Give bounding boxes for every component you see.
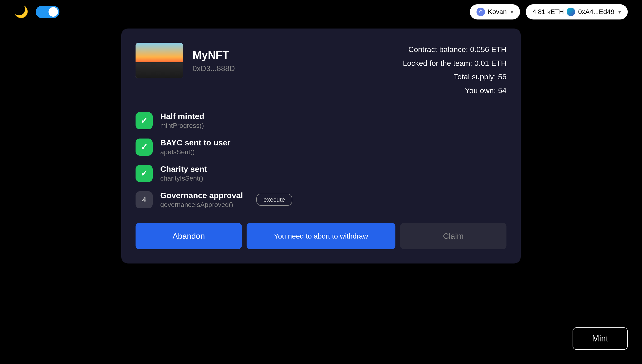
step-1-badge: ✓	[136, 112, 153, 129]
wallet-selector[interactable]: 4.81 kETH 0xA4...Ed49 ▾	[526, 4, 628, 20]
total-supply: Total supply: 56	[403, 70, 506, 84]
step-3-title: Charity sent	[160, 164, 207, 174]
step-1-method: mintProgress()	[160, 122, 204, 130]
step-1-check-icon: ✓	[141, 116, 148, 126]
card-header: MyNFT 0xD3...888D Contract balance: 0.05…	[136, 43, 506, 98]
step-3: ✓ Charity sent charityIsSent()	[136, 164, 506, 182]
step-2-title: BAYC sent to user	[160, 138, 230, 147]
wallet-balance: 4.81 kETH	[532, 8, 564, 16]
wallet-chevron-icon: ▾	[618, 8, 621, 15]
moon-icon: 🌙	[14, 5, 29, 18]
claim-button: Claim	[400, 223, 506, 249]
network-chevron-icon: ▾	[510, 8, 513, 15]
step-1-title: Half minted	[160, 112, 204, 121]
nft-info: MyNFT 0xD3...888D	[136, 43, 235, 78]
main-card: MyNFT 0xD3...888D Contract balance: 0.05…	[121, 28, 521, 264]
step-2-check-icon: ✓	[141, 142, 148, 152]
step-1: ✓ Half minted mintProgress()	[136, 112, 506, 130]
step-1-content: Half minted mintProgress()	[160, 112, 204, 130]
network-selector[interactable]: Kovan ▾	[470, 4, 520, 20]
mint-button[interactable]: Mint	[572, 328, 628, 350]
step-4-badge: 4	[136, 191, 153, 208]
step-4-content: Governance approval governanceIsApproved…	[160, 191, 243, 208]
step-2-method: apeIsSent()	[160, 148, 230, 156]
you-own: You own: 54	[403, 84, 506, 98]
step-2-badge: ✓	[136, 138, 153, 156]
wallet-address: 0xA4...Ed49	[578, 8, 614, 16]
action-buttons: Abandon You need to abort to withdraw Cl…	[136, 223, 506, 249]
step-2-content: BAYC sent to user apeIsSent()	[160, 138, 230, 156]
network-label: Kovan	[488, 8, 507, 16]
nft-cityscape	[136, 43, 183, 78]
contract-info: Contract balance: 0.056 ETH Locked for t…	[403, 43, 506, 98]
nft-address: 0xD3...888D	[193, 64, 235, 73]
abort-warn-button[interactable]: You need to abort to withdraw	[247, 223, 395, 249]
step-4: 4 Governance approval governanceIsApprov…	[136, 191, 506, 208]
header-left: 🌙	[14, 5, 60, 18]
locked-for-team: Locked for the team: 0.01 ETH	[403, 56, 506, 70]
abandon-button[interactable]: Abandon	[136, 223, 242, 249]
ethereum-icon	[477, 8, 485, 16]
step-4-method: governanceIsApproved()	[160, 201, 243, 208]
nft-image	[136, 43, 183, 78]
toggle-knob	[49, 7, 58, 17]
step-4-number: 4	[142, 196, 146, 204]
step-2: ✓ BAYC sent to user apeIsSent()	[136, 138, 506, 156]
wallet-avatar	[567, 8, 575, 16]
step-4-title: Governance approval	[160, 191, 243, 200]
execute-button[interactable]: execute	[256, 194, 292, 206]
steps-list: ✓ Half minted mintProgress() ✓ BAYC sent…	[136, 112, 506, 208]
step-3-content: Charity sent charityIsSent()	[160, 164, 207, 182]
nft-text: MyNFT 0xD3...888D	[193, 48, 235, 73]
step-3-method: charityIsSent()	[160, 175, 207, 182]
step-3-badge: ✓	[136, 165, 153, 182]
header: 🌙 Kovan ▾ 4.81 kETH 0xA4...Ed49 ▾	[0, 0, 642, 24]
svg-point-0	[477, 8, 485, 16]
step-3-check-icon: ✓	[141, 168, 148, 178]
header-right: Kovan ▾ 4.81 kETH 0xA4...Ed49 ▾	[470, 4, 628, 20]
contract-balance: Contract balance: 0.056 ETH	[403, 43, 506, 56]
dark-mode-toggle[interactable]	[36, 6, 60, 18]
nft-title: MyNFT	[193, 48, 235, 61]
